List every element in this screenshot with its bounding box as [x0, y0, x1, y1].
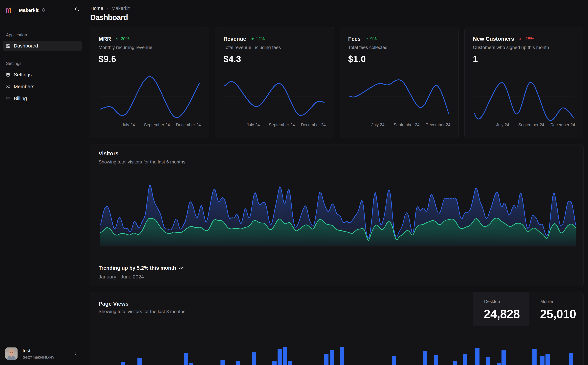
svg-text:December 24: December 24	[550, 122, 575, 127]
svg-text:September 24: September 24	[144, 122, 170, 127]
svg-text:September 24: September 24	[269, 122, 295, 127]
svg-text:December 24: December 24	[426, 122, 450, 127]
svg-text:July 24: July 24	[371, 122, 384, 127]
svg-text:December 24: December 24	[176, 122, 201, 127]
svg-text:September 24: September 24	[518, 122, 544, 127]
svg-text:July 24: July 24	[247, 122, 260, 127]
svg-text:July 24: July 24	[122, 122, 135, 127]
svg-text:July 24: July 24	[496, 122, 509, 127]
svg-text:September 24: September 24	[394, 122, 419, 127]
svg-text:December 24: December 24	[301, 122, 326, 127]
